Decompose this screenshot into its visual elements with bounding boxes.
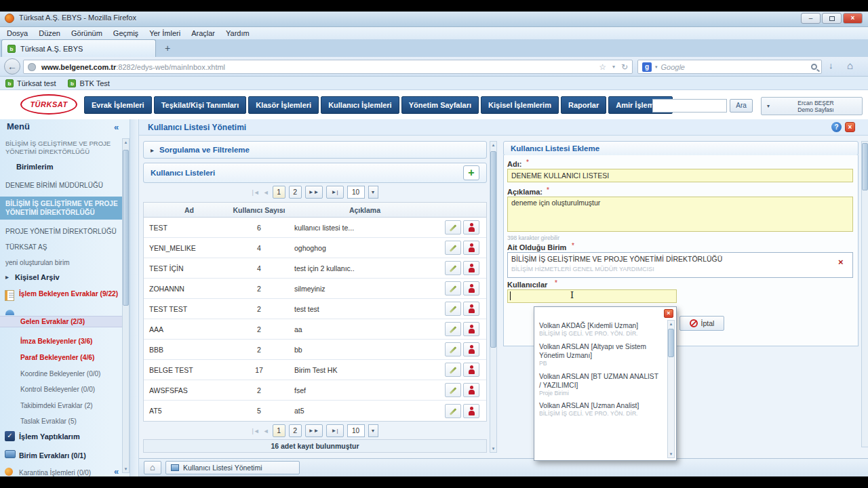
table-row[interactable]: TEST TEST 2 test test (144, 299, 486, 319)
table-row[interactable]: AWSFSFAS 2 fsef (144, 380, 486, 401)
bookmark-star-icon[interactable]: ☆ (599, 62, 606, 72)
edit-button[interactable] (445, 383, 461, 397)
page-size-dropdown[interactable]: ▼ (368, 424, 378, 437)
browser-search-bar[interactable]: g ▾ Google (637, 60, 822, 74)
menu-dosya[interactable]: Dosya (7, 29, 28, 37)
home-button[interactable]: ⌂ (144, 461, 161, 474)
scrollbar-thumb[interactable] (123, 150, 129, 306)
description-textarea[interactable]: deneme için oluşturulmuştur (507, 197, 853, 232)
edit-button[interactable] (445, 241, 461, 255)
table-row[interactable]: TEST İÇİN 4 test için 2 kullanıc.. (144, 258, 486, 279)
nav-kisisel-islemlerim[interactable]: Kişisel İşlemlerim (481, 96, 559, 114)
assign-users-button[interactable] (463, 404, 479, 418)
remove-unit-icon[interactable]: × (838, 257, 844, 267)
sidebar-item-takibimdeki-evraklar[interactable]: Takibimdeki Evraklar (2) (20, 402, 132, 410)
nav-kullanici-islemleri[interactable]: Kullanıcı İşlemleri (321, 96, 399, 114)
menu-araclar[interactable]: Araçlar (191, 29, 215, 37)
col-aciklama[interactable]: Açıklama (289, 203, 435, 217)
scroll-up-icon[interactable]: ▲ (668, 321, 674, 327)
sidebar-item-gelen-evraklar[interactable]: Gelen Evraklar (2/3) (20, 318, 132, 326)
sidebar-item-kisisel-arsiv[interactable]: Kişisel Arşiv (15, 273, 127, 281)
assign-users-button[interactable] (463, 363, 479, 377)
menu-gecmis[interactable]: Geçmiş (113, 29, 138, 37)
filter-panel-header[interactable]: ▸ Sorgulama ve Filtreleme (143, 141, 487, 159)
assign-users-button[interactable] (463, 281, 479, 296)
nav-yonetim-sayfalari[interactable]: Yönetim Sayfaları (401, 96, 479, 114)
assign-users-button[interactable] (463, 342, 479, 357)
sidebar-item-islem-bekleyen[interactable]: İşlem Bekleyen Evraklar (9/22) (19, 290, 121, 298)
assign-users-button[interactable] (463, 241, 479, 255)
scrollbar-thumb[interactable] (490, 151, 496, 348)
assign-users-button[interactable] (463, 220, 479, 235)
new-tab-button[interactable]: + (159, 41, 176, 56)
search-icon[interactable] (811, 64, 817, 70)
reload-icon[interactable]: ↻ (621, 62, 628, 72)
nav-teskilat-kisi-tanimlari[interactable]: Teşkilat/Kişi Tanımları (154, 96, 247, 114)
user-menu[interactable]: ▾ Ercan BEŞER Demo Sayfası (761, 97, 863, 115)
panel-scrollbar[interactable] (861, 141, 868, 447)
assign-users-button[interactable] (463, 322, 479, 336)
edit-button[interactable] (445, 220, 461, 235)
pager-last-button[interactable]: ►| (326, 424, 344, 437)
page-1-button[interactable]: 1 (273, 424, 285, 437)
pager-next-button[interactable]: ►► (305, 424, 323, 437)
menu-duzen[interactable]: Düzen (39, 29, 60, 37)
sidebar-item-islem-yaptiklarim[interactable]: İşlem Yaptıklarım (19, 432, 131, 441)
popup-user-item[interactable]: Volkan ARSLAN [BT UZMAN ANALIST / YAZILI… (539, 372, 661, 396)
bookmark-btk-test[interactable]: b BTK Test (68, 79, 109, 87)
sidebar-item-kontrol-bekleyenler[interactable]: Kontrol Bekleyenler (0/0) (20, 386, 132, 394)
popup-close-button[interactable]: × (664, 309, 673, 318)
pager-next-button[interactable]: ►► (305, 186, 323, 199)
add-list-button[interactable]: + (463, 165, 479, 180)
popup-scrollbar[interactable]: ▲ ▼ (667, 320, 675, 458)
bookmark-turksat-test[interactable]: b Türksat test (5, 79, 56, 87)
edit-button[interactable] (445, 261, 461, 275)
edit-button[interactable] (445, 342, 461, 357)
table-row[interactable]: BBB 2 bb (144, 340, 486, 360)
menu-yardim[interactable]: Yardım (226, 29, 250, 37)
page-2-button[interactable]: 2 (289, 186, 302, 199)
downloads-icon[interactable]: ↓ (829, 60, 833, 70)
edit-button[interactable] (445, 322, 461, 336)
help-icon[interactable]: ? (831, 122, 842, 132)
sidebar-item-paraf-bekleyenler[interactable]: Paraf Bekleyenler (4/6) (20, 354, 132, 362)
nav-klasor-islemleri[interactable]: Klasör İşlemleri (248, 96, 319, 114)
nav-raporlar[interactable]: Raporlar (561, 96, 606, 114)
table-row[interactable]: AT5 5 at5 (144, 401, 486, 421)
edit-button[interactable] (445, 281, 461, 296)
main-scrollbar[interactable]: ▲ ▼ (490, 141, 497, 453)
url-dropdown-icon[interactable]: ▾ (612, 64, 615, 70)
sidebar-item-birim-evraklari[interactable]: Birim Evrakları (0/1) (19, 451, 131, 460)
sidebar-item-unit[interactable]: PROJE YÖNETİM DİREKTÖRLÜĞÜ (5, 228, 117, 236)
sidebar-item-koordine-bekleyenler[interactable]: Koordine Bekleyenler (0/0) (20, 370, 132, 378)
close-page-icon[interactable]: × (845, 122, 855, 132)
sidebar-item-unit[interactable]: TÜRKSAT AŞ (5, 243, 117, 251)
table-row[interactable]: YENI_MELIKE 4 oghoghog (144, 238, 486, 258)
browser-home-icon[interactable]: ⌂ (847, 60, 853, 71)
sidebar-item-imza-bekleyenler[interactable]: İmza Bekleyenler (3/6) (20, 338, 132, 346)
table-row[interactable]: ZOHANNN 2 silmeyiniz (144, 279, 486, 299)
scroll-up-icon[interactable]: ▲ (490, 142, 496, 148)
users-input[interactable] (507, 289, 677, 303)
table-row[interactable]: TEST 6 kullanıcı listesi te... (144, 218, 486, 238)
close-window-button[interactable]: × (843, 13, 863, 24)
cancel-button[interactable]: İptal (679, 316, 724, 331)
sidebar-item-unit[interactable]: yeni oluşturulan birim (5, 259, 117, 267)
assign-users-button[interactable] (463, 302, 479, 316)
sidebar-item-taslak-evraklar[interactable]: Taslak Evraklar (5) (20, 418, 132, 426)
sidebar-item-unit-selected[interactable]: BİLİŞİM İŞ GELİŞTİRME VE PROJE YÖNETİMİ … (0, 197, 126, 220)
sidebar-bottom-collapse-icon[interactable]: « (114, 466, 119, 476)
back-button[interactable]: ← (4, 58, 20, 75)
page-size-dropdown[interactable]: ▼ (368, 186, 378, 199)
assign-users-button[interactable] (463, 261, 479, 275)
scrollbar-thumb[interactable] (668, 329, 674, 357)
scroll-down-icon[interactable]: ▼ (123, 466, 129, 472)
expand-icon[interactable]: ▸ (5, 273, 9, 281)
search-submit-button[interactable]: Ara (730, 99, 753, 113)
sidebar-scrollbar[interactable]: ▲ ▼ (122, 138, 130, 473)
popup-user-item[interactable]: Volkan ARSLAN [Altyapı ve Sistem Yönetim… (539, 342, 661, 367)
name-input[interactable] (507, 169, 853, 182)
pager-last-button[interactable]: ►| (326, 186, 344, 199)
scroll-down-icon[interactable]: ▼ (490, 445, 496, 452)
edit-button[interactable] (445, 302, 461, 316)
